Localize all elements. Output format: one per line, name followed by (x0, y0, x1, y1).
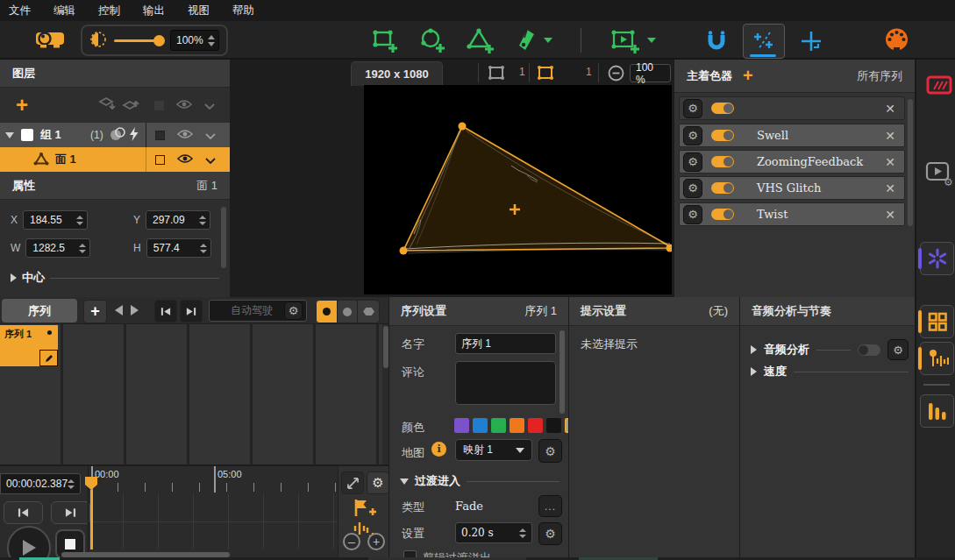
effect-toggle[interactable] (711, 182, 734, 194)
shader-library-icon[interactable] (926, 75, 952, 99)
canvas-resolution-tab[interactable]: 1920 x 1080 (351, 61, 443, 86)
color-swatch[interactable] (491, 418, 506, 433)
surface-color-swatch[interactable] (155, 155, 165, 165)
audio-analysis-tab-icon[interactable] (920, 394, 954, 428)
sequence-grid-tab-icon[interactable] (920, 305, 954, 338)
remove-effect-icon[interactable]: ✕ (885, 156, 895, 168)
timeline-settings-gear-icon[interactable]: ⚙ (367, 471, 389, 494)
go-end-button[interactable] (51, 501, 90, 524)
sequences-tab[interactable]: 序列 (2, 299, 77, 323)
menu-edit[interactable]: 编辑 (53, 4, 75, 18)
playmode-dot-button[interactable] (316, 300, 338, 323)
effect-gear-icon[interactable]: ⚙ (683, 99, 702, 118)
play-button[interactable] (7, 526, 51, 560)
sequence-name-input[interactable] (455, 333, 556, 354)
map-info-icon[interactable]: i (431, 442, 446, 457)
layer-color-swatch[interactable] (154, 101, 164, 110)
remove-effect-icon[interactable]: ✕ (885, 103, 895, 115)
group-color-swatch[interactable] (155, 131, 165, 140)
effect-row[interactable]: ⚙ Twist ✕ (679, 202, 905, 226)
transition-gear-button[interactable]: ⚙ (538, 522, 562, 545)
remove-effect-icon[interactable]: ✕ (885, 182, 895, 195)
color-swatch[interactable] (473, 418, 488, 433)
remove-effect-icon[interactable]: ✕ (885, 209, 895, 221)
audio-analysis-expander[interactable] (751, 345, 757, 354)
autopilot-field[interactable]: 自动驾驶 ⚙ (209, 300, 307, 322)
media-player-settings-icon[interactable]: ⚙ (925, 160, 953, 189)
go-start-button[interactable] (4, 501, 43, 524)
canvas-viewport[interactable] (364, 85, 672, 294)
menu-output[interactable]: 输出 (143, 4, 165, 18)
effect-row[interactable]: ⚙ VHS Glitch ✕ (679, 176, 905, 200)
add-effect-button[interactable]: + (743, 66, 753, 86)
transition-duration-spinner[interactable]: 0.20 s (455, 522, 532, 543)
audio-analysis-toggle[interactable] (858, 344, 880, 356)
move-layer-back-icon[interactable] (98, 96, 118, 115)
color-swatch[interactable] (454, 418, 469, 433)
group-expander[interactable] (5, 132, 14, 138)
pen-tool-button[interactable] (515, 28, 552, 53)
brightness-spinbox[interactable]: 100% (170, 30, 219, 51)
map-gear-button[interactable]: ⚙ (538, 439, 562, 463)
add-circle-button[interactable] (418, 27, 446, 53)
add-cue-flag-icon[interactable] (353, 498, 377, 521)
y-input[interactable]: 297.09 (146, 210, 210, 230)
edit-sequence-button[interactable] (39, 350, 58, 366)
crosshair-calibrate-button[interactable] (799, 29, 823, 53)
add-player-button[interactable] (609, 27, 656, 53)
magnet-snap-button[interactable] (704, 30, 729, 53)
next-sequence-icon[interactable] (130, 304, 139, 319)
last-sequence-button[interactable] (180, 300, 203, 323)
type-more-button[interactable]: ... (538, 495, 562, 517)
comment-textarea[interactable] (455, 361, 556, 405)
h-input[interactable]: 577.4 (146, 238, 211, 258)
effect-gear-icon[interactable]: ⚙ (683, 152, 702, 172)
color-swatch[interactable] (546, 418, 561, 433)
center-expander[interactable] (11, 273, 17, 282)
audio-analysis-gear-icon[interactable]: ⚙ (887, 339, 909, 360)
blend-mode-icon[interactable] (109, 127, 126, 144)
group-chevron-icon[interactable] (205, 129, 216, 142)
properties-scrollbar[interactable] (221, 207, 226, 268)
master-shader-row[interactable]: ⚙ ✕ (679, 96, 905, 120)
timeline-zoom-in-button[interactable]: + (367, 533, 385, 550)
tempo-expander[interactable] (751, 367, 757, 376)
playmode-hex-button[interactable] (357, 300, 380, 323)
sequence-grid[interactable]: 序列 1 (0, 324, 382, 464)
transition-in-expander[interactable] (400, 478, 409, 485)
w-input[interactable]: 1282.5 (25, 238, 90, 258)
effect-toggle[interactable] (711, 103, 734, 114)
expand-timeline-icon[interactable] (341, 471, 364, 494)
collapse-all-chevron-icon[interactable] (204, 99, 215, 112)
surface-chevron-icon[interactable] (205, 153, 216, 167)
effect-gear-icon[interactable]: ⚙ (683, 179, 702, 198)
effect-toggle[interactable] (711, 209, 734, 220)
zoom-out-icon[interactable] (608, 65, 624, 84)
remove-effect-icon[interactable]: ✕ (885, 130, 895, 142)
effect-row[interactable]: ⚙ Swell ✕ (679, 124, 905, 147)
canvas-zoom-value[interactable]: 100 % (630, 64, 671, 82)
add-triangle-button[interactable] (466, 27, 495, 53)
effects-lightning-icon[interactable] (129, 127, 139, 144)
timecode-box[interactable]: 00:00:02.387 (0, 473, 81, 494)
sequence-cell-active[interactable]: 序列 1 (0, 325, 58, 366)
move-layer-front-icon[interactable] (122, 96, 141, 115)
menu-control[interactable]: 控制 (98, 4, 120, 18)
timeline-cues-tab-icon[interactable] (920, 342, 954, 375)
color-swatch[interactable] (528, 418, 543, 433)
effect-toggle[interactable] (711, 130, 734, 141)
menu-help[interactable]: 帮助 (232, 4, 254, 18)
add-quad-button[interactable] (371, 27, 399, 53)
effect-toggle[interactable] (711, 156, 734, 167)
group-checkbox[interactable] (21, 129, 33, 141)
layer-row-group[interactable]: 组 1 (1) (0, 123, 230, 147)
add-sequence-button[interactable]: + (83, 300, 107, 323)
playmode-circle-button[interactable] (337, 300, 358, 323)
timeline-zoom-out-button[interactable]: – (343, 533, 360, 550)
add-layer-button[interactable]: + (16, 96, 28, 114)
sequence-settings-scrollbar[interactable] (559, 330, 565, 414)
effects-tab-icon[interactable] (920, 242, 954, 275)
menu-file[interactable]: 文件 (9, 4, 31, 18)
timeline-ruler[interactable]: 00:00 05:00 (88, 466, 339, 560)
effect-row[interactable]: ⚙ ZoomingFeedback ✕ (679, 150, 905, 174)
